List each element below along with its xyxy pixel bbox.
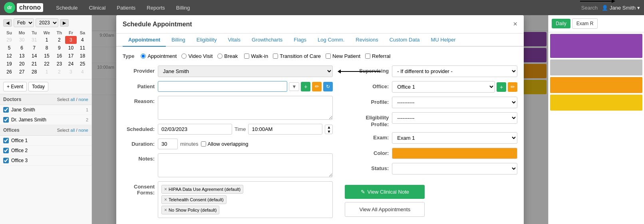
patient-dropdown-button[interactable]: ▼	[289, 82, 299, 91]
newpatient-option[interactable]: New Patient	[326, 53, 360, 59]
tab-customdata[interactable]: Custom Data	[384, 34, 425, 47]
cal-day[interactable]: 2	[54, 36, 65, 44]
cal-day[interactable]: 1	[40, 68, 54, 76]
cal-day[interactable]: 6	[15, 44, 28, 52]
office-edit-button[interactable]: ✏	[508, 82, 517, 92]
cal-day[interactable]: 12	[3, 52, 15, 60]
type-video-radio[interactable]	[181, 54, 187, 59]
cal-day[interactable]: 8	[40, 44, 54, 52]
referral-option[interactable]: Referral	[365, 53, 390, 59]
tab-billing[interactable]: Billing	[166, 34, 191, 47]
walkin-option[interactable]: Walk-in	[244, 53, 268, 59]
consent-tag-hipaa[interactable]: × HIPAA Data Use Agreement (default)	[161, 185, 243, 194]
cal-day[interactable]: 19	[3, 60, 15, 68]
cal-day[interactable]: 9	[54, 44, 65, 52]
cal-day[interactable]: 18	[77, 52, 88, 60]
referral-checkbox[interactable]	[365, 54, 370, 59]
provider-select[interactable]: Jane Smith Dr. James Smith	[158, 65, 333, 77]
nav-clinical[interactable]: Clinical	[84, 2, 110, 13]
cal-day[interactable]: 14	[28, 52, 40, 60]
exam-select[interactable]: Exam 1	[392, 132, 517, 144]
cal-day[interactable]: 30	[15, 36, 28, 44]
consent-tag-telehealth[interactable]: × Telehealth Consent (default)	[161, 195, 227, 204]
reason-textarea[interactable]	[158, 96, 333, 120]
newpatient-checkbox[interactable]	[326, 54, 331, 59]
doctor-checkbox-jane[interactable]	[3, 107, 9, 113]
nav-reports[interactable]: Reports	[142, 2, 170, 13]
cal-day[interactable]: 5	[3, 44, 15, 52]
type-appointment-option[interactable]: Appointment	[141, 53, 177, 59]
cal-day[interactable]: 2	[54, 68, 65, 76]
walkin-checkbox[interactable]	[244, 54, 249, 59]
type-break-option[interactable]: Break	[217, 53, 238, 59]
tab-growthcharts[interactable]: Growthcharts	[246, 34, 288, 47]
status-select[interactable]	[392, 163, 517, 174]
office-checkbox-3[interactable]	[3, 158, 9, 163]
patient-add-button[interactable]: +	[301, 82, 310, 91]
consent-remove-telehealth[interactable]: ×	[164, 197, 167, 202]
office-select-none-link[interactable]: none	[79, 128, 88, 133]
cal-next-btn[interactable]: ▶	[60, 19, 69, 27]
select-none-link[interactable]: none	[79, 97, 88, 102]
tab-appointment[interactable]: Appointment	[123, 34, 166, 47]
cal-day[interactable]: 29	[3, 36, 15, 44]
cal-day[interactable]: 3	[65, 68, 77, 76]
cal-day[interactable]: 23	[54, 60, 65, 68]
type-video-option[interactable]: Video Visit	[181, 53, 213, 59]
tab-logcomm[interactable]: Log Comm.	[312, 34, 350, 47]
profile-select[interactable]: ----------	[392, 97, 517, 108]
cal-day[interactable]: 21	[28, 60, 40, 68]
office-add-button[interactable]: +	[497, 82, 506, 92]
eligibility-select[interactable]: ----------	[392, 112, 517, 124]
cal-day[interactable]: 13	[15, 52, 28, 60]
select-all-link[interactable]: all	[70, 97, 75, 102]
office-select-all-link[interactable]: all	[70, 128, 75, 133]
patient-input[interactable]	[158, 81, 287, 92]
scheduled-date-input[interactable]	[158, 124, 232, 135]
daily-button[interactable]: Daily	[552, 19, 570, 28]
cal-day[interactable]: 22	[40, 60, 54, 68]
consent-remove-hipaa[interactable]: ×	[164, 186, 167, 192]
cal-day[interactable]: 1	[40, 36, 54, 44]
type-appointment-radio[interactable]	[141, 54, 146, 59]
doctor-checkbox-james[interactable]	[3, 117, 9, 123]
exam-button[interactable]: Exam R	[572, 18, 598, 29]
today-button[interactable]: Today	[28, 82, 48, 91]
patient-link-button[interactable]: ↻	[323, 82, 333, 91]
color-swatch[interactable]	[392, 148, 517, 159]
cal-day[interactable]: 3	[65, 36, 77, 44]
office-checkbox-1[interactable]	[3, 138, 9, 143]
cal-day[interactable]: 11	[77, 44, 88, 52]
time-spinner[interactable]: ▲ ▼	[325, 125, 333, 134]
cal-day[interactable]: 7	[28, 44, 40, 52]
cal-day[interactable]: 25	[77, 60, 88, 68]
transition-option[interactable]: Transition of Care	[273, 53, 321, 59]
cal-prev-btn[interactable]: ◀	[3, 19, 12, 27]
supervising-select[interactable]: - If different to provider -	[392, 65, 517, 77]
cal-day[interactable]: 4	[77, 68, 88, 76]
cal-day[interactable]: 26	[3, 68, 15, 76]
notes-textarea[interactable]	[158, 153, 333, 177]
tab-eligibility[interactable]: Eligibility	[191, 34, 223, 47]
overlap-checkbox[interactable]	[201, 141, 206, 147]
event-button[interactable]: + Event	[3, 82, 27, 91]
search-button[interactable]: Search	[581, 5, 598, 11]
modal-close-button[interactable]: ×	[513, 20, 517, 28]
cal-day[interactable]: 31	[28, 36, 40, 44]
nav-schedule[interactable]: Schedule	[51, 2, 82, 13]
cal-day[interactable]: 24	[65, 60, 77, 68]
patient-edit-button[interactable]: ✏	[312, 82, 322, 91]
tab-flags[interactable]: Flags	[288, 34, 312, 47]
overlap-check[interactable]: Allow overlapping	[201, 141, 248, 147]
cal-day[interactable]: 27	[15, 68, 28, 76]
cal-day[interactable]: 15	[40, 52, 54, 60]
cal-day[interactable]: 10	[65, 44, 77, 52]
view-all-appointments-button[interactable]: View All Appointments	[345, 202, 425, 217]
view-clinical-note-button[interactable]: ✎ View Clinical Note	[345, 185, 425, 199]
office-select[interactable]: Office 1	[392, 81, 495, 93]
cal-year-select[interactable]: 2023	[36, 18, 58, 27]
tab-muhelper[interactable]: MU Helper	[425, 34, 461, 47]
cal-day[interactable]: 17	[65, 52, 77, 60]
cal-day[interactable]: 28	[28, 68, 40, 76]
consent-tag-noshow[interactable]: × No Show Policy (default)	[161, 206, 219, 214]
